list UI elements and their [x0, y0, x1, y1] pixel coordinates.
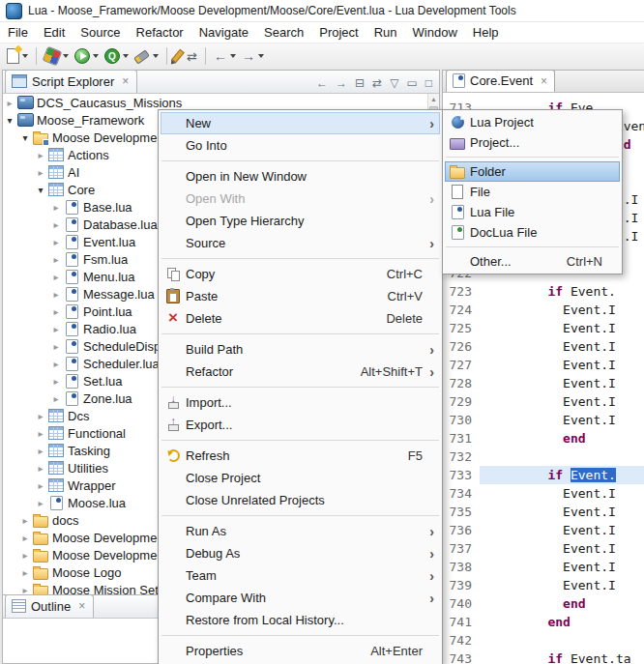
- close-icon[interactable]: ×: [541, 76, 547, 86]
- context-menu-item-open-with[interactable]: Open With›: [161, 188, 440, 210]
- chevron-right-icon[interactable]: ▸: [18, 550, 32, 561]
- dropdown-caret[interactable]: [153, 54, 159, 58]
- chevron-right-icon[interactable]: ▸: [49, 237, 63, 247]
- context-menu-item-refresh[interactable]: RefreshF5: [161, 445, 440, 467]
- context-menu-item-compare-with[interactable]: Compare With›: [161, 587, 440, 609]
- chevron-right-icon[interactable]: ▸: [49, 202, 63, 213]
- last-edit-location-button[interactable]: [172, 44, 184, 68]
- chevron-right-icon[interactable]: ▸: [3, 98, 16, 108]
- context-menu-item-export[interactable]: Export...: [161, 414, 440, 436]
- link-with-editor-button[interactable]: [184, 44, 200, 68]
- chevron-right-icon[interactable]: ▸: [49, 324, 63, 334]
- menu-refactor[interactable]: Refactor: [129, 24, 191, 41]
- close-icon[interactable]: ×: [122, 76, 129, 86]
- context-menu-item-open-in-new-window[interactable]: Open in New Window: [161, 165, 440, 188]
- link-with-editor-icon[interactable]: ⇄: [372, 77, 382, 89]
- context-menu-item-new[interactable]: New›: [161, 112, 440, 134]
- context-menu-item-restore-from-local-history[interactable]: Restore from Local History...: [161, 609, 440, 631]
- dropdown-caret[interactable]: [230, 54, 236, 58]
- indent: [3, 485, 34, 486]
- chevron-right-icon[interactable]: ▸: [49, 289, 63, 300]
- dropdown-caret[interactable]: [258, 54, 264, 58]
- submenu-item-project[interactable]: Project...: [445, 132, 620, 153]
- context-menu-item-import[interactable]: Import...: [161, 391, 440, 414]
- maximize-icon[interactable]: □: [425, 77, 432, 89]
- context-menu-item-paste[interactable]: PasteCtrl+V: [161, 285, 440, 307]
- menu-edit[interactable]: Edit: [36, 24, 73, 41]
- chevron-right-icon[interactable]: ▸: [49, 393, 63, 404]
- chevron-right-icon[interactable]: ▸: [18, 567, 32, 578]
- external-tools-button[interactable]: [42, 44, 72, 68]
- chevron-right-icon[interactable]: ▸: [49, 376, 63, 387]
- context-menu-item-open-type-hierarchy[interactable]: Open Type Hierarchy: [161, 210, 440, 232]
- new-wizard-button[interactable]: [4, 44, 31, 68]
- menu-window[interactable]: Window: [405, 24, 465, 41]
- chevron-right-icon[interactable]: ▸: [34, 411, 47, 421]
- menu-search[interactable]: Search: [256, 24, 311, 41]
- chevron-right-icon[interactable]: ▸: [18, 533, 32, 543]
- chevron-right-icon[interactable]: ▸: [49, 254, 63, 265]
- chevron-right-icon[interactable]: ▸: [18, 585, 32, 595]
- scrollbar-up-icon[interactable]: ▲: [428, 94, 439, 104]
- context-menu-item-source[interactable]: Source›: [161, 232, 440, 254]
- context-menu-item-go-into[interactable]: Go Into: [161, 134, 440, 157]
- context-menu-item-close-unrelated-projects[interactable]: Close Unrelated Projects: [161, 489, 440, 511]
- dropdown-caret[interactable]: [22, 54, 28, 58]
- tab-script-explorer[interactable]: Script Explorer ×: [5, 70, 137, 93]
- chevron-down-icon[interactable]: ▾: [34, 185, 47, 195]
- chevron-right-icon[interactable]: ▸: [34, 167, 47, 178]
- chevron-right-icon[interactable]: ▸: [34, 446, 47, 456]
- chevron-right-icon[interactable]: ▸: [34, 150, 47, 160]
- context-menu-item-copy[interactable]: CopyCtrl+C: [161, 263, 440, 285]
- collapse-all-icon[interactable]: ⊟: [355, 77, 365, 89]
- menu-help[interactable]: Help: [465, 24, 507, 41]
- dropdown-caret[interactable]: [93, 54, 99, 58]
- view-menu-icon[interactable]: ▽: [390, 77, 398, 89]
- search-button[interactable]: [132, 44, 161, 68]
- tab-outline[interactable]: Outline ×: [5, 594, 94, 618]
- back-history-button[interactable]: [211, 44, 239, 68]
- menu-file[interactable]: File: [0, 24, 36, 41]
- dropdown-caret[interactable]: [63, 54, 69, 58]
- chevron-right-icon[interactable]: ▸: [49, 219, 63, 230]
- chevron-right-icon[interactable]: ▸: [34, 428, 47, 439]
- chevron-right-icon[interactable]: ▸: [34, 463, 47, 474]
- context-menu-item-delete[interactable]: DeleteDelete: [161, 307, 440, 330]
- context-menu-item-build-path[interactable]: Build Path›: [161, 338, 440, 361]
- submenu-item-file[interactable]: File: [445, 182, 620, 202]
- submenu-item-lua-project[interactable]: Lua Project: [445, 112, 620, 132]
- close-icon[interactable]: ×: [78, 601, 85, 611]
- context-menu-item-run-as[interactable]: Run As›: [161, 520, 440, 542]
- context-menu-item-debug-as[interactable]: Debug As›: [161, 542, 440, 564]
- run-button[interactable]: [72, 44, 102, 68]
- chevron-down-icon[interactable]: ▾: [18, 132, 32, 143]
- chevron-right-icon[interactable]: ▸: [34, 498, 47, 508]
- submenu-item-folder[interactable]: Folder: [445, 161, 620, 182]
- context-menu-item-properties[interactable]: PropertiesAlt+Enter: [161, 640, 440, 662]
- menu-source[interactable]: Source: [73, 24, 128, 41]
- menu-project[interactable]: Project: [311, 24, 366, 41]
- code-line: 733 if Event.: [443, 466, 644, 484]
- tab-core-event[interactable]: Core.Event ×: [446, 70, 555, 92]
- context-menu-item-refactor[interactable]: RefactorAlt+Shift+T›: [161, 361, 440, 383]
- minimize-icon[interactable]: ▭: [406, 77, 417, 89]
- chevron-right-icon[interactable]: ▸: [49, 272, 63, 282]
- back-icon[interactable]: ←: [316, 77, 328, 89]
- chevron-right-icon[interactable]: ▸: [49, 306, 63, 317]
- submenu-item-doclua-file[interactable]: DocLua File: [445, 222, 620, 243]
- context-menu-item-close-project[interactable]: Close Project: [161, 467, 440, 489]
- submenu-item-other[interactable]: Other...Ctrl+N: [445, 251, 620, 272]
- forward-history-button[interactable]: [239, 44, 267, 68]
- dropdown-caret[interactable]: [123, 54, 129, 58]
- chevron-down-icon[interactable]: ▾: [3, 115, 16, 126]
- chevron-right-icon[interactable]: ▸: [49, 341, 63, 352]
- context-menu-item-team[interactable]: Team›: [161, 564, 440, 587]
- chevron-right-icon[interactable]: ▸: [34, 480, 47, 491]
- menu-navigate[interactable]: Navigate: [191, 24, 256, 41]
- forward-icon[interactable]: →: [336, 77, 347, 89]
- menu-run[interactable]: Run: [366, 24, 405, 41]
- chevron-right-icon[interactable]: ▸: [49, 359, 63, 369]
- coverage-button[interactable]: [102, 44, 132, 68]
- chevron-right-icon[interactable]: ▸: [18, 515, 32, 526]
- submenu-item-lua-file[interactable]: Lua File: [445, 202, 620, 222]
